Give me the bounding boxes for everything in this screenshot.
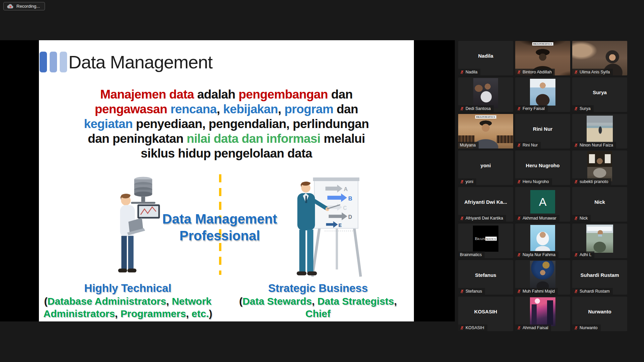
participant-center-name: yoni (460, 150, 512, 180)
participant-name-tag: Rini Nur (515, 142, 541, 148)
participant-avatar (530, 297, 555, 326)
participant-tile-yoni[interactable]: yoni yoni (458, 150, 513, 185)
title-bar-dark (40, 52, 47, 72)
participant-tile-akhmad-munawar[interactable]: A Akhmad Munawar (515, 187, 570, 222)
participant-name-label: yoni (466, 179, 473, 184)
participant-tile-afriyanti-dwi-kartika[interactable]: Afriyanti Dwi Ka... Afriyanti Dwi Kartik… (458, 187, 513, 222)
participant-tile-ahmad-faisal[interactable]: Ahmad Faisal (515, 297, 570, 331)
participant-tile-kosasih[interactable]: KOSASIH KOSASIH (458, 297, 513, 331)
participant-name-label: Stefanus (466, 289, 482, 294)
text-segment: Network (172, 296, 211, 307)
participant-name-label: Ahmad Faisal (523, 325, 548, 330)
text-segment: ( (239, 296, 243, 307)
svg-text:C: C (343, 205, 347, 211)
participant-tile-ferry-faisal[interactable]: Ferry Faisal (515, 77, 570, 112)
text-segment: ) (209, 308, 212, 319)
participant-name-label: Akhmad Munawar (523, 216, 556, 221)
highly-technical-block: Highly Technical (Database Administrator… (39, 282, 217, 320)
center-label: Data Management Professional (156, 210, 283, 244)
participant-name-label: Bintoro Abdillah (523, 70, 552, 74)
participant-name-tag: Surya (572, 105, 594, 112)
participant-tile-heru-nugroho[interactable]: Heru Nugroho Heru Nugroho (515, 150, 570, 185)
participant-tile-ninon-nurul-faiza[interactable]: Ninon Nurul Faiza (572, 114, 627, 148)
participant-tile-ulima-anis-syifa[interactable]: Ulima Anis Syifa (572, 41, 627, 75)
muted-mic-icon (517, 326, 521, 330)
svg-text:E: E (338, 223, 342, 228)
title-bar-light (60, 52, 67, 72)
participant-avatar (587, 116, 613, 142)
svg-text:D: D (348, 214, 352, 220)
participant-tile-nadila[interactable]: Nadila Nadila (458, 41, 513, 75)
participant-tile-brainmatics[interactable]: BrainmaticsBrainmatics (458, 224, 513, 258)
text-line: kegiatan penyediaan, pengendalian, perli… (59, 117, 394, 131)
participant-name-label: KOSASIH (466, 325, 484, 330)
text-segment: pengembangan (238, 87, 331, 101)
muted-mic-icon (574, 107, 578, 111)
participant-name-tag: Nurwanto (572, 324, 601, 331)
participant-tile-nurwanto[interactable]: Nurwanto Nurwanto (572, 297, 627, 331)
participant-tile-surya[interactable]: Surya Surya (572, 77, 627, 112)
participant-center-name: Stefanus (460, 260, 512, 290)
participant-tile-subekti-pranoto[interactable]: subekti pranoto (572, 150, 627, 185)
text-segment: Manajemen data (100, 87, 197, 101)
title-decoration-bars (40, 52, 67, 72)
participant-name-tag: subekti pranoto (572, 178, 611, 185)
participant-tile-dedi-santosa[interactable]: Dedi Santosa (458, 77, 513, 112)
svg-text:A: A (344, 186, 348, 192)
muted-mic-icon (460, 180, 464, 184)
participant-tile-nayla-nur-fahma[interactable]: Nayla Nur Fahma (515, 224, 570, 258)
recording-button[interactable]: Recording... (3, 2, 45, 10)
text-line: Manajemen data adalah pengembangan dan (59, 87, 394, 102)
brainmatics-logo-box: matics (485, 237, 496, 241)
participant-tile-bintoro-abdillah[interactable]: BRAINMATICS Bintoro Abdillah (515, 41, 570, 75)
muted-mic-icon (517, 180, 521, 184)
participant-name-tag: Stefanus (458, 288, 485, 295)
text-segment: program (284, 102, 333, 116)
text-segment: Data Stewards (243, 296, 312, 307)
muted-mic-icon (460, 107, 464, 111)
text-segment: etc. (342, 320, 359, 321)
text-segment: , (394, 296, 397, 307)
participant-name-label: Brainmatics (460, 252, 482, 257)
text-line: (Database Administrators, Network (39, 295, 217, 307)
text-segment: , (312, 296, 318, 307)
participant-name-tag: Dedi Santosa (458, 105, 494, 112)
participant-tile-rini-nur[interactable]: Rini Nur Rini Nur (515, 114, 570, 148)
participant-avatar (587, 151, 612, 181)
muted-mic-icon (460, 326, 464, 330)
title-bar-medium (50, 52, 57, 72)
participant-tile-suhardi-rustam[interactable]: Suhardi Rustam Suhardi Rustam (572, 260, 627, 295)
participant-name-label: Mulyana (460, 143, 476, 147)
participant-tile-nick[interactable]: Nick Nick (572, 187, 627, 222)
center-label-line1: Data Management (156, 210, 283, 227)
participant-avatar: A (530, 190, 555, 214)
muted-mic-icon (517, 253, 521, 257)
text-segment: pengawasan (95, 102, 170, 116)
participant-tile-mulyana[interactable]: BRAINMATICSMulyana (458, 114, 513, 148)
participant-tile-adhi-l[interactable]: Adhi L (572, 224, 627, 258)
participant-center-name: KOSASIH (460, 297, 512, 326)
text-segment: , (217, 102, 223, 116)
muted-mic-icon (517, 70, 521, 74)
strategic-business-heading: Strategic Business (232, 282, 404, 295)
participant-name-tag: Suhardi Rustam (572, 288, 613, 295)
participant-tile-stefanus[interactable]: Stefanus Stefanus (458, 260, 513, 295)
participant-center-name: Surya (574, 77, 626, 107)
participant-name-label: Nayla Nur Fahma (523, 252, 555, 257)
participant-tile-muh-fahmi-majid[interactable]: Muh Fahmi Majid (515, 260, 570, 295)
participant-name-label: Heru Nugroho (523, 179, 549, 184)
presentation-slide: Data Management Manajemen data adalah pe… (39, 40, 414, 321)
participant-center-name: Afriyanti Dwi Ka... (460, 187, 512, 217)
text-line: dan peningkatan nilai data dan informasi… (59, 131, 394, 146)
brainmatics-logo-text: Brain (475, 236, 485, 241)
participant-name-tag: Bintoro Abdillah (515, 69, 555, 75)
shared-screen-stage: Data Management Manajemen data adalah pe… (0, 40, 455, 321)
participant-name-tag: Ulima Anis Syifa (572, 69, 613, 75)
participant-avatar (473, 78, 498, 108)
text-segment: etc. (192, 308, 209, 319)
muted-mic-icon (574, 289, 578, 294)
participant-name-tag: Akhmad Munawar (515, 215, 559, 222)
text-segment: rencana (170, 102, 217, 116)
strategic-business-roles: (Data Stewards, Data Strategists, ChiefD… (232, 295, 404, 321)
participant-name-tag: Brainmatics (458, 251, 485, 258)
